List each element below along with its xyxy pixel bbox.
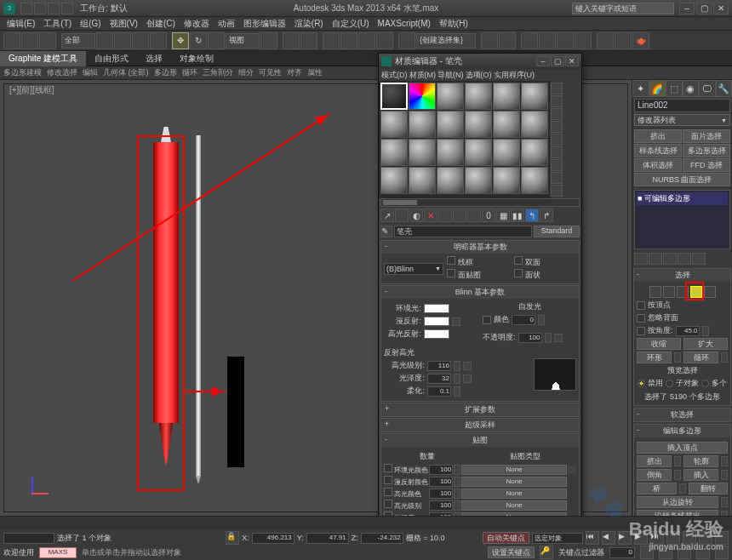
by-vertex-checkbox[interactable] bbox=[637, 301, 645, 310]
pivot-icon[interactable] bbox=[260, 32, 277, 49]
sample-scrollbar[interactable] bbox=[380, 198, 580, 207]
select-by-mat-icon[interactable] bbox=[551, 172, 563, 184]
x-coord[interactable]: 496.213 bbox=[252, 533, 295, 544]
snap-icon[interactable] bbox=[323, 32, 340, 49]
sample-slot[interactable] bbox=[465, 83, 492, 110]
spec-level-spinner[interactable]: 116 bbox=[427, 361, 451, 371]
panel-item[interactable]: 编辑 bbox=[83, 67, 98, 78]
panel-item[interactable]: 属性 bbox=[307, 67, 323, 78]
ribbon-tab[interactable]: 对象绘制 bbox=[171, 51, 222, 66]
orbit-icon[interactable] bbox=[696, 546, 710, 559]
named-selection[interactable]: {创建选择集} bbox=[416, 33, 476, 49]
sample-slot[interactable] bbox=[380, 139, 408, 166]
mod-button[interactable]: 面片选择 bbox=[683, 129, 730, 143]
preview-off-radio[interactable] bbox=[638, 380, 645, 387]
options-icon[interactable] bbox=[551, 159, 563, 171]
keyboard-icon[interactable] bbox=[300, 32, 317, 49]
polygon-subobj-icon[interactable] bbox=[690, 286, 702, 298]
panel-item[interactable]: 多边形 bbox=[154, 67, 177, 78]
qat-icon[interactable] bbox=[34, 3, 46, 14]
sample-slot[interactable] bbox=[465, 167, 492, 194]
move-icon[interactable]: ✥ bbox=[172, 32, 189, 49]
sample-slot[interactable] bbox=[380, 83, 408, 110]
uv-tile-icon[interactable] bbox=[551, 121, 563, 133]
mod-button[interactable]: NURBS 曲面选择 bbox=[634, 173, 730, 186]
sample-slot[interactable] bbox=[493, 167, 520, 194]
spinner-arrows[interactable] bbox=[721, 352, 728, 363]
spinner-arrows[interactable] bbox=[454, 374, 460, 384]
spinner-arrows[interactable] bbox=[454, 361, 460, 371]
z-coord[interactable]: -24.232 bbox=[361, 533, 403, 544]
align-icon[interactable] bbox=[499, 32, 516, 49]
opacity-spinner[interactable]: 100 bbox=[518, 333, 542, 343]
key-filter-dropdown[interactable]: 选定对象 bbox=[532, 533, 583, 544]
sample-slot[interactable] bbox=[521, 167, 548, 194]
sample-slot[interactable] bbox=[521, 139, 548, 166]
panel-item[interactable]: 修改选择 bbox=[47, 67, 77, 78]
sample-slot[interactable] bbox=[380, 167, 408, 194]
nav-icon[interactable] bbox=[683, 531, 696, 545]
mod-button[interactable]: 多边形选择 bbox=[683, 144, 730, 157]
settings-icon[interactable] bbox=[679, 483, 686, 494]
panel-item[interactable]: 循环 bbox=[182, 67, 197, 78]
sample-slot[interactable] bbox=[521, 83, 548, 110]
get-material-icon[interactable]: ↗ bbox=[380, 209, 394, 222]
preview-multi-radio[interactable] bbox=[701, 380, 709, 387]
prev-frame-icon[interactable]: ◀ bbox=[602, 531, 615, 545]
ribbon-tab[interactable]: 选择 bbox=[137, 51, 171, 66]
sample-slot[interactable] bbox=[409, 111, 436, 138]
show-end-icon[interactable] bbox=[649, 253, 662, 265]
goto-end-icon[interactable]: ⏭ bbox=[650, 531, 664, 545]
sample-slot[interactable] bbox=[493, 111, 520, 138]
bridge-button[interactable]: 桥 bbox=[637, 483, 677, 494]
menu-item[interactable]: 视图(V) bbox=[106, 18, 141, 30]
preview-icon[interactable] bbox=[551, 146, 563, 158]
map-button[interactable] bbox=[452, 317, 460, 326]
qat-icon[interactable] bbox=[20, 3, 32, 14]
wire-checkbox[interactable] bbox=[447, 256, 455, 265]
named-sel-icon[interactable] bbox=[398, 32, 415, 49]
spinner-arrows[interactable] bbox=[702, 326, 709, 336]
ref-coord[interactable]: 视图 bbox=[226, 33, 260, 49]
zoom-icon[interactable] bbox=[678, 546, 691, 559]
rollout-header[interactable]: 编辑多边形 bbox=[634, 425, 730, 437]
make-copy-icon[interactable] bbox=[438, 209, 452, 222]
settings-icon[interactable] bbox=[674, 470, 681, 480]
rollout-header[interactable]: 软选择 bbox=[634, 409, 730, 421]
panel-item[interactable]: 多边形建模 bbox=[3, 67, 42, 78]
insert-vertex-button[interactable]: 插入顶点 bbox=[637, 442, 728, 454]
pick-material-icon[interactable]: ✎ bbox=[380, 226, 392, 237]
select-icon[interactable] bbox=[96, 32, 113, 49]
manip-icon[interactable] bbox=[283, 32, 300, 49]
selfillum-color-checkbox[interactable] bbox=[483, 316, 491, 324]
menu-item[interactable]: 帮助(H) bbox=[436, 18, 472, 30]
sample-slot[interactable] bbox=[437, 167, 464, 194]
material-type-button[interactable]: Standard bbox=[534, 226, 580, 237]
rotate-icon[interactable]: ↻ bbox=[190, 32, 207, 49]
angle-spinner[interactable]: 45.0 bbox=[676, 326, 700, 336]
material-name-field[interactable] bbox=[394, 226, 532, 237]
rollout-header[interactable]: 贴图 bbox=[381, 434, 579, 447]
play-icon[interactable]: ▶ bbox=[618, 531, 632, 545]
panel-item[interactable]: 三角剖分 bbox=[203, 67, 233, 78]
qat-icon[interactable] bbox=[61, 3, 73, 14]
lock-icon[interactable] bbox=[568, 466, 576, 474]
menu-item[interactable]: 修改器 bbox=[180, 18, 213, 30]
vertex-subobj-icon[interactable] bbox=[649, 286, 661, 298]
edge-subobj-icon[interactable] bbox=[663, 286, 675, 298]
two-sided-checkbox[interactable] bbox=[514, 256, 523, 265]
mod-button[interactable]: 挤出 bbox=[634, 129, 682, 143]
maximize-viewport-icon[interactable] bbox=[715, 546, 729, 559]
settings-icon[interactable] bbox=[721, 456, 728, 466]
map-enable-checkbox[interactable] bbox=[384, 464, 392, 472]
menu-item[interactable]: 组(G) bbox=[77, 18, 104, 30]
map-button[interactable] bbox=[554, 334, 563, 342]
shrink-button[interactable]: 收缩 bbox=[637, 338, 681, 350]
reset-icon[interactable]: ✕ bbox=[424, 209, 437, 222]
map-slot-button[interactable]: None bbox=[461, 477, 567, 487]
map-slot-button[interactable]: None bbox=[461, 489, 567, 499]
show-end-icon[interactable]: ▮▮ bbox=[511, 209, 524, 222]
pan-icon[interactable] bbox=[659, 546, 672, 559]
flip-button[interactable]: 翻转 bbox=[689, 483, 729, 494]
mat-map-nav-icon[interactable] bbox=[551, 185, 563, 197]
